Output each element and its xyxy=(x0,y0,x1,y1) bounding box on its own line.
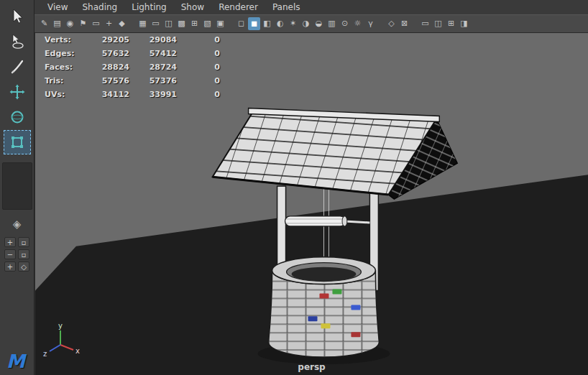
hud-label: Verts: xyxy=(45,35,85,45)
colored-brick xyxy=(321,323,330,328)
default-material-icon[interactable]: ◐ xyxy=(274,17,286,30)
hud-label: Edges: xyxy=(45,49,85,58)
menu-panels[interactable]: Panels xyxy=(265,2,308,12)
plus-diamond-button[interactable]: + xyxy=(4,261,16,272)
colored-brick xyxy=(351,305,360,310)
rotate-tool-button[interactable] xyxy=(4,105,31,129)
scale-tool-icon xyxy=(9,134,26,151)
bookmark-icon[interactable]: ⚑ xyxy=(77,17,89,30)
hud-value: 29205 xyxy=(85,35,129,45)
grid-icon[interactable]: ▦ xyxy=(137,17,149,30)
two-pane-icon[interactable]: ◫ xyxy=(432,17,444,30)
move-tool-button[interactable] xyxy=(4,80,31,104)
safe-action-icon[interactable]: ▧ xyxy=(201,17,213,30)
layout-button-grid: + ▫ − ▫ + ◇ xyxy=(4,237,29,272)
well-hole xyxy=(292,267,357,282)
textured-mode-icon[interactable]: ◧ xyxy=(261,17,273,30)
field-chart-icon[interactable]: ⊞ xyxy=(188,17,201,30)
diamond-button[interactable]: ◇ xyxy=(18,261,29,272)
maya-window: ◈ + ▫ − ▫ + ◇ M View Shading Lighting Sh… xyxy=(0,0,588,375)
toolbar-separator xyxy=(377,17,385,30)
minus-box-button[interactable]: − xyxy=(4,249,16,259)
move-tool-icon xyxy=(9,83,26,101)
hud-value: 28824 xyxy=(85,62,129,72)
resolution-gate-icon[interactable]: ◫ xyxy=(162,17,175,30)
toolbar-separator xyxy=(227,17,235,30)
z-axis-label: z xyxy=(43,350,47,358)
menu-renderer[interactable]: Renderer xyxy=(211,2,265,12)
menu-show[interactable]: Show xyxy=(174,2,211,12)
wireframe-mode-icon[interactable]: ◻ xyxy=(235,17,247,30)
colored-brick xyxy=(351,332,360,337)
hud-value: 0 xyxy=(177,62,220,72)
snap-magnet-icon[interactable]: ◆ xyxy=(116,17,128,30)
colored-brick xyxy=(308,316,318,321)
hud-value: 28724 xyxy=(129,62,177,72)
hud-value: 34112 xyxy=(85,90,129,99)
shadows-icon[interactable]: ◑ xyxy=(300,17,312,30)
tool-well-panel xyxy=(2,162,32,210)
hud-value: 0 xyxy=(177,76,220,85)
component-mode-icon[interactable]: ◈ xyxy=(13,217,22,231)
box-button-2[interactable]: ▫ xyxy=(18,249,29,259)
colored-brick xyxy=(332,290,341,295)
xray-icon[interactable]: ⊠ xyxy=(398,17,410,30)
hud-value: 29084 xyxy=(129,35,177,45)
panel-main: View Shading Lighting Show Renderer Pane… xyxy=(35,0,588,375)
grease-pencil-icon[interactable]: ✎ xyxy=(38,17,50,30)
persp-viewport[interactable]: Verts: 29205 29084 0 Edges: 57632 57412 … xyxy=(35,33,588,375)
camera-select-icon[interactable]: ◉ xyxy=(64,17,76,30)
gamma-icon[interactable]: γ xyxy=(364,17,377,30)
hud-value: 57376 xyxy=(129,76,177,85)
film-gate-icon[interactable]: ▭ xyxy=(150,17,162,30)
safe-title-icon[interactable]: ▣ xyxy=(214,17,226,30)
toolbox-sidebar: ◈ + ▫ − ▫ + ◇ M xyxy=(0,0,35,375)
rotate-tool-icon xyxy=(9,108,26,126)
hud-value: 0 xyxy=(177,90,220,99)
lasso-tool-icon xyxy=(9,33,26,50)
shaded-mode-icon[interactable]: ◼ xyxy=(248,17,260,30)
box-button[interactable]: ▫ xyxy=(18,237,29,247)
isolate-select-icon[interactable]: ◇ xyxy=(385,17,398,30)
hud-value: 57632 xyxy=(85,49,129,58)
paint-select-tool-icon xyxy=(9,58,26,75)
outliner-pane-icon[interactable]: ◨ xyxy=(458,17,470,30)
menu-view[interactable]: View xyxy=(40,2,75,12)
maya-logo: M xyxy=(6,351,25,372)
antialias-icon[interactable]: ▥ xyxy=(326,17,338,30)
four-pane-icon[interactable]: ⊞ xyxy=(445,17,457,30)
toolbar-separator xyxy=(411,17,419,30)
hud-value: 33991 xyxy=(129,90,177,99)
hud-label: Faces: xyxy=(45,62,85,72)
scale-tool-button[interactable] xyxy=(4,130,31,154)
toolbar-separator xyxy=(129,17,137,30)
menu-lighting[interactable]: Lighting xyxy=(124,2,174,12)
select-tool-icon xyxy=(9,8,26,25)
image-plane-icon[interactable]: ▭ xyxy=(90,17,102,30)
select-tool-button[interactable] xyxy=(4,4,31,29)
hud-value: 57576 xyxy=(85,76,129,85)
menu-shading[interactable]: Shading xyxy=(75,2,124,12)
plus-box-button[interactable]: + xyxy=(4,237,16,247)
well-post-left xyxy=(277,186,286,272)
gate-mask-icon[interactable]: ▩ xyxy=(175,17,188,30)
panel-menubar: View Shading Lighting Show Renderer Pane… xyxy=(35,0,588,14)
single-pane-icon[interactable]: ▭ xyxy=(419,17,431,30)
hud-value: 0 xyxy=(177,35,220,45)
well-roof xyxy=(213,108,458,199)
pan-zoom-icon[interactable]: + xyxy=(103,17,115,30)
lasso-tool-button[interactable] xyxy=(4,29,31,54)
hud-label: Tris: xyxy=(45,76,85,85)
paint-select-tool-button[interactable] xyxy=(4,55,31,79)
y-axis-label: y xyxy=(58,322,63,330)
occlusion-icon[interactable]: ◒ xyxy=(313,17,325,30)
camera-name-label: persp xyxy=(35,362,588,372)
hud-label: UVs: xyxy=(45,90,85,99)
film-strip-icon[interactable]: ▤ xyxy=(51,17,63,30)
poly-count-hud: Verts: 29205 29084 0 Edges: 57632 57412 … xyxy=(45,35,220,99)
exposure-icon[interactable]: ☼ xyxy=(352,17,364,30)
motion-blur-icon[interactable]: ⊙ xyxy=(339,17,351,30)
hud-value: 57412 xyxy=(129,49,177,58)
lighting-icon[interactable]: ✶ xyxy=(287,17,299,30)
colored-brick xyxy=(319,293,329,298)
